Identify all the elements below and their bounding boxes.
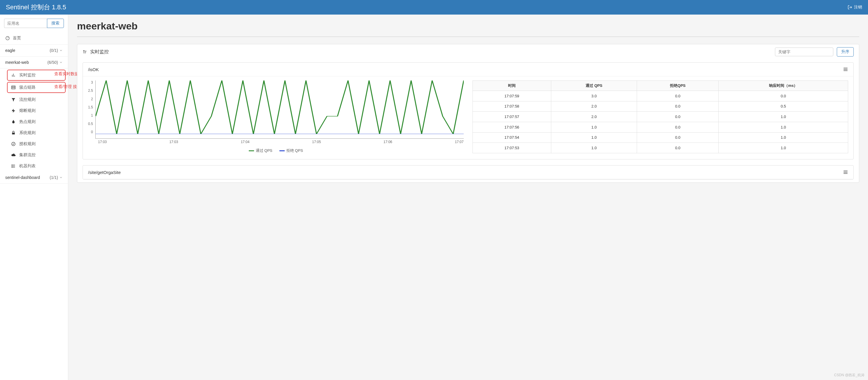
svg-rect-5 bbox=[12, 86, 15, 89]
menu-authority-rules[interactable]: 授权规则 bbox=[0, 138, 68, 149]
menu-label: 机器列表 bbox=[19, 164, 36, 169]
svg-marker-9 bbox=[12, 109, 15, 112]
menu-flow-rules[interactable]: 流控规则 bbox=[0, 94, 68, 105]
header-logout[interactable]: 注销 bbox=[847, 5, 862, 10]
page-title: meerkat-web bbox=[77, 21, 859, 32]
app-count: (1/1) bbox=[50, 175, 58, 180]
table-header: 通过 QPS bbox=[551, 81, 637, 91]
server-list-icon bbox=[11, 164, 16, 168]
x-tick: 17:03 bbox=[98, 140, 107, 144]
menu-icon[interactable] bbox=[843, 170, 848, 175]
table-cell: 1.0 bbox=[551, 132, 637, 143]
app-item-meerkat-web[interactable]: meerkat-web (6/50) bbox=[0, 57, 68, 68]
table-row: 17:07:531.00.01.0 bbox=[472, 143, 848, 153]
svg-marker-8 bbox=[12, 98, 15, 101]
table-cell: 2.0 bbox=[551, 101, 637, 112]
check-circle-icon bbox=[11, 142, 16, 146]
table-cell: 0.0 bbox=[637, 112, 719, 122]
legend-pass: 通过 QPS bbox=[249, 148, 272, 153]
nav-home-label: 首页 bbox=[13, 36, 21, 41]
table-cell: 17:07:54 bbox=[472, 132, 551, 143]
app-count: (6/50) bbox=[47, 60, 58, 65]
table-cell: 0.0 bbox=[637, 122, 719, 132]
sort-button[interactable]: 升序 bbox=[837, 47, 854, 57]
fire-icon bbox=[11, 119, 16, 124]
flash-icon bbox=[11, 108, 16, 113]
menu-label: 集群流控 bbox=[19, 152, 36, 158]
menu-label: 流控规则 bbox=[19, 97, 36, 102]
table-cell: 1.0 bbox=[719, 132, 848, 143]
main-content: meerkat-web 实时监控 升序 /isOK bbox=[68, 14, 868, 380]
y-tick: 2.5 bbox=[88, 89, 93, 93]
chevron-down-icon bbox=[59, 61, 63, 64]
app-name: sentinel-dashboard bbox=[5, 175, 40, 180]
y-tick: 1.5 bbox=[88, 105, 93, 109]
table-row: 17:07:541.00.01.0 bbox=[472, 132, 848, 143]
table-row: 17:07:561.00.01.0 bbox=[472, 122, 848, 132]
app-search-input[interactable] bbox=[4, 19, 47, 28]
submenu: 查看实时数据 查看/管理 接口 实时监控 簇点链路 流控规则 熔断规则 热点规则 bbox=[0, 70, 68, 172]
nav-home[interactable]: 首页 bbox=[0, 32, 68, 44]
keyword-input[interactable] bbox=[775, 47, 833, 56]
table-cell: 0.0 bbox=[637, 101, 719, 112]
svg-rect-10 bbox=[12, 133, 14, 134]
y-axis: 3 2.5 2 1.5 1 0.5 0 bbox=[88, 80, 95, 134]
table-header: 拒绝QPS bbox=[637, 81, 719, 91]
logout-label: 注销 bbox=[854, 5, 862, 10]
table-row: 17:07:582.00.00.5 bbox=[472, 101, 848, 112]
table-row: 17:07:593.00.00.0 bbox=[472, 91, 848, 101]
menu-label: 系统规则 bbox=[19, 130, 36, 136]
y-tick: 0.5 bbox=[88, 122, 93, 126]
table-cell: 0.0 bbox=[637, 143, 719, 153]
x-tick: 17:05 bbox=[312, 140, 321, 144]
dashboard-icon bbox=[5, 36, 10, 40]
app-name: eagle bbox=[5, 48, 15, 53]
sidebar: 搜索 首页 eagle (0/1) meerkat-web (6/50) 查看实… bbox=[0, 14, 68, 380]
menu-icon[interactable] bbox=[843, 67, 848, 72]
lock-icon bbox=[11, 131, 16, 135]
app-item-sentinel-dashboard[interactable]: sentinel-dashboard (1/1) bbox=[0, 172, 68, 183]
x-axis: 17:03 17:03 17:04 17:05 17:06 17:07 bbox=[98, 140, 464, 144]
list-icon bbox=[11, 85, 16, 90]
table-cell: 1.0 bbox=[551, 143, 637, 153]
table-header: 响应时间（ms） bbox=[719, 81, 848, 91]
menu-machine-list[interactable]: 机器列表 bbox=[0, 161, 68, 172]
chart-plot bbox=[95, 80, 464, 139]
menu-label: 授权规则 bbox=[19, 141, 36, 146]
menu-param-rules[interactable]: 热点规则 bbox=[0, 116, 68, 127]
sort-icon bbox=[83, 49, 87, 54]
table-cell: 3.0 bbox=[551, 91, 637, 101]
filter-icon bbox=[11, 97, 16, 102]
app-search-button[interactable]: 搜索 bbox=[47, 19, 64, 28]
logout-icon bbox=[847, 5, 852, 10]
y-tick: 0 bbox=[91, 130, 93, 134]
svg-point-11 bbox=[12, 142, 15, 146]
metrics-table: 时间通过 QPS拒绝QPS响应时间（ms） 17:07:593.00.00.01… bbox=[472, 80, 848, 153]
resource-card-isok: /isOK 3 2.5 2 1.5 1 0.5 bbox=[83, 62, 854, 160]
menu-label: 实时监控 bbox=[19, 73, 36, 78]
table-cell: 17:07:56 bbox=[472, 122, 551, 132]
menu-cluster-flow[interactable]: 集群流控 bbox=[0, 149, 68, 161]
monitor-panel: 实时监控 升序 /isOK 3 2. bbox=[77, 44, 859, 183]
table-cell: 1.0 bbox=[551, 122, 637, 132]
app-item-eagle[interactable]: eagle (0/1) bbox=[0, 44, 68, 57]
y-tick: 3 bbox=[91, 80, 93, 84]
table-cell: 17:07:57 bbox=[472, 112, 551, 122]
legend-reject: 拒绝 QPS bbox=[279, 148, 303, 153]
y-tick: 2 bbox=[91, 97, 93, 101]
table-cell: 17:07:53 bbox=[472, 143, 551, 153]
table-cell: 1.0 bbox=[719, 122, 848, 132]
table-row: 17:07:572.00.01.0 bbox=[472, 112, 848, 122]
watermark: CSDN @西若_杭涛 bbox=[834, 373, 865, 378]
app-count: (0/1) bbox=[50, 48, 58, 53]
cloud-icon bbox=[11, 153, 16, 158]
menu-system-rules[interactable]: 系统规则 bbox=[0, 127, 68, 138]
chart-legend: 通过 QPS 拒绝 QPS bbox=[88, 148, 464, 153]
menu-label: 热点规则 bbox=[19, 119, 36, 125]
chevron-down-icon bbox=[59, 176, 63, 179]
table-cell: 17:07:59 bbox=[472, 91, 551, 101]
panel-title: 实时监控 bbox=[90, 49, 109, 55]
menu-label: 簇点链路 bbox=[19, 85, 36, 90]
menu-degrade-rules[interactable]: 熔断规则 bbox=[0, 105, 68, 116]
card-title: /site/getOrgaSite bbox=[88, 170, 121, 175]
